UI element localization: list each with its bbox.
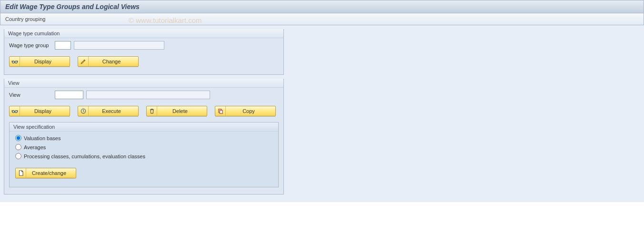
create-change-button[interactable]: Create/change — [15, 168, 76, 178]
page-title: Edit Wage Type Groups and Logical Views — [0, 0, 644, 13]
trash-icon — [147, 106, 157, 116]
toolbar-country-grouping: Country grouping — [0, 13, 644, 25]
group-view-specification: View specification Valuation bases Avera… — [9, 122, 279, 187]
svg-rect-2 — [220, 110, 222, 113]
copy-icon — [215, 106, 226, 116]
view-display-button[interactable]: Display — [9, 106, 70, 116]
view-display-button-label: Display — [20, 108, 70, 114]
glasses-icon — [10, 57, 20, 66]
input-view-desc — [86, 91, 210, 99]
group-title-view: View — [4, 79, 283, 88]
delete-button-label: Delete — [157, 108, 207, 114]
radio-label-averages[interactable]: Averages — [24, 144, 46, 150]
group-view: View View Display Execute — [4, 79, 284, 195]
glasses-icon — [10, 106, 20, 116]
group-title-view-spec: View specification — [10, 123, 278, 132]
change-button-label: Change — [89, 59, 138, 64]
document-icon — [16, 168, 26, 178]
radio-processing-classes[interactable] — [15, 153, 21, 159]
radio-label-valuation[interactable]: Valuation bases — [24, 135, 60, 141]
display-button-label: Display — [20, 59, 70, 64]
label-view: View — [9, 92, 55, 98]
content-area: Wage type cumulation Wage type group Dis… — [0, 25, 644, 202]
execute-button[interactable]: Execute — [78, 106, 139, 116]
group-wage-type-cumulation: Wage type cumulation Wage type group Dis… — [4, 29, 284, 75]
input-wage-type-group-desc — [74, 41, 164, 50]
group-title-wage: Wage type cumulation — [4, 29, 283, 38]
change-button[interactable]: Change — [78, 56, 139, 67]
display-button[interactable]: Display — [9, 56, 70, 67]
delete-button[interactable]: Delete — [146, 106, 207, 116]
copy-button[interactable]: Copy — [215, 106, 276, 116]
input-wage-type-group-code[interactable] — [55, 41, 71, 50]
label-wage-type-group: Wage type group — [9, 42, 55, 48]
copy-button-label: Copy — [226, 108, 275, 114]
radio-averages[interactable] — [15, 144, 21, 150]
create-change-button-label: Create/change — [26, 170, 76, 176]
radio-valuation-bases[interactable] — [15, 135, 21, 141]
execute-icon — [78, 106, 89, 116]
pencil-icon — [78, 57, 89, 66]
radio-label-processing[interactable]: Processing classes, cumulations, evaluat… — [24, 154, 145, 159]
execute-button-label: Execute — [89, 108, 138, 114]
input-view-code[interactable] — [55, 91, 83, 99]
